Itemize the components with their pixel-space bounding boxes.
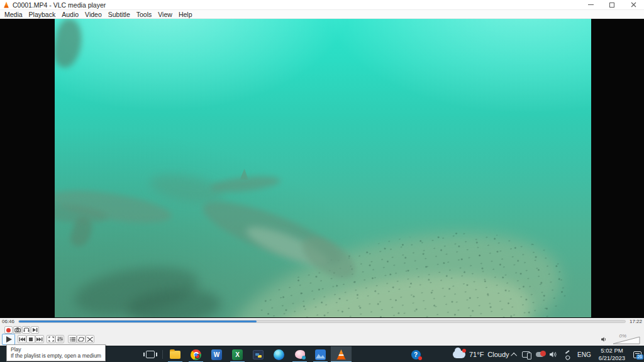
weather-condition: Cloudy	[487, 351, 509, 358]
maximize-button[interactable]	[601, 0, 623, 9]
photos-icon	[315, 349, 326, 360]
chrome-icon	[191, 349, 201, 360]
menu-view[interactable]: View	[155, 11, 175, 18]
taskbar-edge[interactable]	[269, 346, 289, 362]
tray-expand-button[interactable]	[508, 346, 521, 362]
taskbar-pink-app[interactable]	[289, 346, 310, 362]
ab-loop-icon	[23, 327, 30, 332]
phone-link-icon[interactable]	[522, 351, 530, 358]
shark-big-tail-fin	[55, 19, 86, 70]
fullscreen-button[interactable]	[47, 335, 55, 343]
menu-help[interactable]: Help	[175, 11, 196, 18]
frame-step-icon	[32, 327, 38, 332]
stop-icon	[28, 337, 33, 342]
previous-button[interactable]	[18, 335, 26, 343]
excel-icon: X	[232, 349, 243, 360]
vlc-cone-icon	[3, 2, 9, 8]
system-tray	[522, 346, 572, 362]
video-stage	[0, 19, 644, 318]
loop-button[interactable]	[77, 335, 86, 343]
video-frame-underwater[interactable]	[55, 19, 591, 317]
menu-subtitle[interactable]: Subtitle	[105, 11, 133, 18]
help-icon: ?	[411, 350, 421, 359]
extended-settings-button[interactable]	[55, 335, 64, 343]
cloud-icon	[453, 351, 465, 358]
notification-icon: 26	[633, 351, 641, 358]
key-icon[interactable]	[561, 348, 574, 361]
menu-media[interactable]: Media	[1, 11, 26, 18]
clock-date: 6/21/2023	[599, 354, 625, 362]
record-icon	[6, 328, 11, 332]
seek-bar[interactable]	[18, 320, 626, 323]
language-indicator[interactable]: ENG	[577, 346, 591, 362]
maximize-icon	[609, 3, 614, 8]
notification-count-badge: 26	[636, 354, 643, 359]
taskbar-excel[interactable]: X	[227, 346, 248, 362]
playlist-button[interactable]	[68, 335, 77, 343]
taskbar-python-console[interactable]	[248, 346, 269, 362]
volume-tray-icon[interactable]	[550, 351, 557, 358]
onedrive-alert-icon[interactable]	[536, 352, 544, 357]
stop-button[interactable]	[26, 335, 35, 343]
clock-time: 5:02 PM	[601, 347, 623, 354]
close-icon	[631, 2, 636, 8]
shuffle-button[interactable]	[86, 335, 94, 343]
menu-bar: Media Playback Audio Video Subtitle Tool…	[0, 10, 644, 19]
menu-tools[interactable]: Tools	[133, 11, 155, 18]
edge-icon	[274, 349, 284, 360]
chrome-badge	[195, 354, 200, 359]
record-button[interactable]	[4, 326, 13, 334]
close-button[interactable]	[623, 0, 644, 9]
play-tooltip: Play If the playlist is empty, open a me…	[6, 344, 106, 361]
help-tray-button[interactable]: ?	[408, 346, 424, 362]
control-bar: 0%	[0, 325, 644, 346]
play-button[interactable]	[2, 334, 15, 345]
speaker-icon	[601, 337, 607, 342]
screen: C0001.MP4 - VLC media player Media Playb…	[0, 0, 644, 362]
clock[interactable]: 5:02 PM 6/21/2023	[595, 346, 629, 362]
tooltip-subtitle: If the playlist is empty, open a medium	[11, 353, 101, 359]
word-icon: W	[211, 349, 222, 360]
volume-control[interactable]: 0%	[601, 334, 640, 344]
loop-icon	[78, 337, 84, 342]
shuffle-icon	[87, 337, 93, 342]
next-button[interactable]	[35, 335, 44, 343]
equalizer-icon	[57, 336, 63, 342]
volume-slider[interactable]	[613, 336, 640, 344]
vlc-taskbar-icon	[336, 349, 346, 359]
notification-center-button[interactable]: 26	[630, 346, 644, 362]
pink-app-icon	[295, 350, 305, 359]
minimize-icon	[588, 4, 594, 5]
chevron-up-icon	[511, 352, 517, 358]
file-explorer-icon	[170, 351, 180, 359]
next-icon	[36, 337, 43, 342]
ab-loop-button[interactable]	[22, 326, 30, 334]
elapsed-time: 06:46	[0, 319, 16, 324]
window-title: C0001.MP4 - VLC media player	[13, 1, 106, 9]
play-icon	[6, 336, 12, 343]
frame-by-frame-button[interactable]	[31, 326, 39, 334]
taskbar-file-explorer[interactable]	[165, 346, 186, 362]
task-view-icon	[146, 351, 155, 358]
total-time: 17:22	[628, 319, 644, 324]
taskbar-chrome[interactable]	[186, 346, 206, 362]
weather-temp: 71°F	[469, 351, 484, 358]
taskbar-vlc[interactable]	[331, 346, 352, 362]
menu-video[interactable]: Video	[82, 11, 105, 18]
previous-icon	[19, 337, 25, 342]
taskbar-word[interactable]: W	[206, 346, 227, 362]
taskbar-apps: W X	[165, 346, 352, 362]
seek-progress	[19, 321, 257, 322]
python-console-icon	[253, 350, 264, 359]
playlist-icon	[70, 337, 75, 342]
camera-icon	[14, 327, 21, 332]
minimize-button[interactable]	[580, 0, 601, 9]
title-bar: C0001.MP4 - VLC media player	[0, 0, 644, 10]
seek-row: 06:46 17:22	[0, 318, 644, 325]
taskbar-photos[interactable]	[310, 346, 331, 362]
menu-playback[interactable]: Playback	[26, 11, 59, 18]
task-view-button[interactable]	[141, 346, 160, 362]
menu-audio[interactable]: Audio	[58, 11, 82, 18]
snapshot-button[interactable]	[13, 326, 21, 334]
weather-widget[interactable]: 71°F Cloudy	[453, 346, 509, 362]
